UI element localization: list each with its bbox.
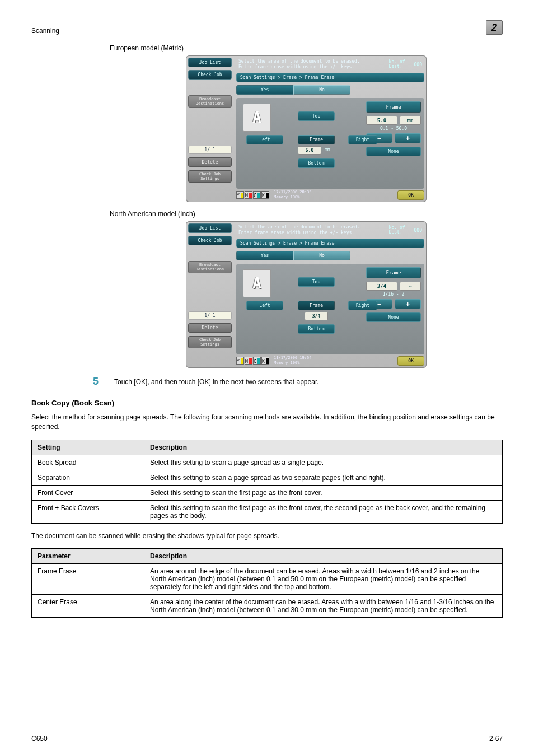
instruction-line2: Enter frame erase width using the +/- ke…: [238, 64, 360, 70]
step-number: 5: [93, 376, 103, 388]
toner-levels: Y M C K: [236, 191, 269, 199]
bottom-button[interactable]: Bottom: [298, 158, 335, 168]
datetime: 11/17/2006 19:54: [274, 356, 311, 361]
side-frame-label: Frame: [366, 101, 421, 113]
right-button[interactable]: Right: [348, 135, 377, 144]
th-setting: Setting: [32, 440, 144, 455]
memory: Memory 100%: [274, 361, 311, 366]
none-button[interactable]: None: [366, 312, 421, 322]
pager: 1/ 1: [188, 146, 232, 154]
instruction-line2: Enter frame erase width using the +/- ke…: [238, 230, 360, 236]
pager: 1/ 1: [188, 311, 232, 320]
job-list-button[interactable]: Job List: [188, 58, 232, 67]
preview-icon: A: [243, 269, 271, 297]
no-button[interactable]: No: [293, 251, 350, 260]
chapter-badge: 2: [486, 20, 503, 35]
delete-button[interactable]: Delete: [188, 323, 232, 333]
table-row: Frame EraseAn area around the edge of th…: [32, 564, 503, 595]
left-button[interactable]: Left: [246, 135, 283, 144]
parameters-table: Parameter Description Frame EraseAn area…: [31, 548, 503, 618]
check-job-button[interactable]: Check Job: [188, 70, 232, 80]
side-range: 0.1 - 50.0: [366, 126, 421, 131]
toner-levels: Y M C K: [236, 357, 269, 365]
datetime: 17/11/2006 20:35: [274, 190, 311, 195]
footer-model: C650: [31, 735, 48, 743]
instruction-line1: Select the area of the document to be er…: [238, 225, 360, 230]
table-row: SeparationSelect this setting to scan a …: [32, 470, 503, 485]
ok-button[interactable]: OK: [397, 190, 424, 200]
table-row: Center EraseAn area along the center of …: [32, 595, 503, 618]
check-settings-button[interactable]: Check Job Settings: [188, 170, 232, 183]
side-frame-label: Frame: [366, 267, 421, 278]
side-unit: ⇔: [400, 282, 421, 291]
right-button[interactable]: Right: [348, 301, 377, 310]
top-button[interactable]: Top: [298, 111, 335, 121]
frame-value: 5.0: [298, 146, 321, 155]
table-row: Front + Back CoversSelect this setting t…: [32, 500, 503, 523]
th-parameter: Parameter: [32, 549, 144, 564]
header-section: Scanning: [31, 27, 59, 35]
th-description: Description: [144, 440, 503, 455]
side-value: 3/4: [366, 282, 397, 291]
broadcast-label: Broadcast Destinations: [188, 261, 232, 273]
settings-table: Setting Description Book SpreadSelect th…: [31, 440, 503, 524]
plus-button[interactable]: +: [395, 299, 421, 309]
top-button[interactable]: Top: [298, 277, 335, 287]
broadcast-label: Broadcast Destinations: [188, 95, 232, 108]
none-button[interactable]: None: [366, 147, 421, 156]
plus-button[interactable]: +: [395, 133, 421, 143]
instruction-line1: Select the area of the document to be er…: [238, 59, 360, 64]
delete-button[interactable]: Delete: [188, 157, 232, 167]
yes-button[interactable]: Yes: [236, 251, 293, 260]
dest-label: No. of Dest.: [389, 60, 405, 69]
caption-inch: North American model (Inch): [110, 210, 503, 218]
check-job-button[interactable]: Check Job: [188, 236, 232, 245]
side-range: 1/16 - 2: [366, 292, 421, 297]
bottom-button[interactable]: Bottom: [298, 324, 335, 334]
frame-value: 3/4: [305, 312, 328, 320]
dest-count: 000: [414, 62, 422, 67]
th-description: Description: [144, 549, 503, 564]
frame-unit: mm: [325, 147, 330, 152]
breadcrumb: Scan Settings > Erase > Frame Erase: [236, 73, 424, 82]
screenshot-metric: Job List Check Job Broadcast Destination…: [186, 55, 427, 202]
screenshot-inch: Job List Check Job Broadcast Destination…: [186, 221, 427, 368]
mid-text: The document can be scanned while erasin…: [31, 531, 503, 541]
left-button[interactable]: Left: [246, 301, 283, 310]
dest-label: No. of Dest.: [389, 226, 405, 235]
frame-label: Frame: [298, 135, 335, 144]
yes-button[interactable]: Yes: [236, 85, 293, 95]
job-list-button[interactable]: Job List: [188, 223, 232, 233]
section-title: Book Copy (Book Scan): [31, 399, 503, 407]
no-button[interactable]: No: [293, 85, 350, 95]
footer-page: 2-67: [489, 735, 503, 743]
preview-icon: A: [243, 104, 271, 132]
frame-label: Frame: [298, 301, 335, 310]
memory: Memory 100%: [274, 195, 311, 200]
dest-count: 000: [414, 228, 422, 233]
check-settings-button[interactable]: Check Job Settings: [188, 336, 232, 348]
section-intro: Select the method for scanning page spre…: [31, 413, 503, 432]
side-unit: mm: [400, 116, 421, 125]
table-row: Book SpreadSelect this setting to scan a…: [32, 455, 503, 470]
step-text: Touch [OK], and then touch [OK] in the n…: [114, 376, 319, 388]
ok-button[interactable]: OK: [397, 356, 424, 366]
side-value: 5.0: [366, 116, 397, 125]
table-row: Front CoverSelect this setting to scan t…: [32, 485, 503, 500]
caption-metric: European model (Metric): [110, 44, 503, 52]
breadcrumb: Scan Settings > Erase > Frame Erase: [236, 239, 424, 248]
